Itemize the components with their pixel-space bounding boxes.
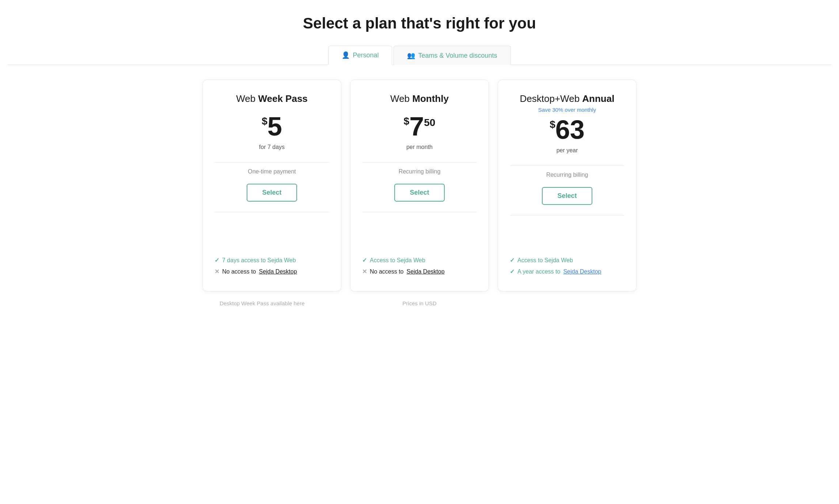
plan-card-monthly: Web Monthly $ 7 50 per month Recurring b… (350, 80, 489, 291)
currency-2: $ (404, 116, 410, 126)
feature-item-2-1: ✓ Access to Sejda Web (362, 257, 477, 264)
features-divider-2 (362, 212, 477, 212)
feature-link-1-2[interactable]: Sejda Desktop (259, 268, 297, 275)
divider-2 (362, 162, 477, 163)
feature-text-prefix-3-2: A year access to (517, 268, 560, 275)
feature-text-1-1: 7 days access to Sejda Web (222, 257, 296, 264)
billing-type-1: One-time payment (215, 168, 329, 175)
feature-item-3-1: ✓ Access to Sejda Web (510, 257, 624, 264)
price-main-2: 7 (409, 113, 424, 140)
personal-icon: 👤 (342, 51, 350, 59)
footer-row: Desktop Week Pass available here Prices … (182, 300, 657, 306)
price-decimal-2: 50 (424, 118, 435, 128)
billing-type-2: Recurring billing (362, 168, 477, 175)
plan-name-week-pass: Web Week Pass (215, 93, 329, 104)
price-main-1: 5 (267, 113, 282, 140)
footer-left: Desktop Week Pass available here (183, 300, 341, 306)
check-icon-2-1: ✓ (362, 257, 367, 264)
features-divider-3 (510, 215, 624, 215)
price-display-2: $ 7 50 (362, 113, 477, 140)
plan-card-annual: Desktop+Web Annual Save 30% over monthly… (498, 80, 637, 291)
feature-link-2-2[interactable]: Sejda Desktop (406, 268, 444, 275)
plans-container: Web Week Pass $ 5 for 7 days One-time pa… (182, 80, 657, 291)
price-period-1: for 7 days (215, 144, 329, 150)
plan-name-prefix-3: Desktop+Web (520, 93, 582, 104)
select-button-annual[interactable]: Select (542, 187, 592, 205)
plan-name-bold-1: Week Pass (258, 93, 307, 104)
tab-teams[interactable]: 👥 Teams & Volume discounts (394, 46, 510, 65)
price-period-2: per month (362, 144, 477, 150)
footer-center: Prices in USD (341, 300, 498, 306)
plan-name-bold-3: Annual (582, 93, 614, 104)
feature-item-2-2: ✕ No access to Sejda Desktop (362, 268, 477, 275)
tab-teams-label: Teams & Volume discounts (418, 52, 497, 60)
features-list-1: ✓ 7 days access to Sejda Web ✕ No access… (215, 257, 329, 279)
price-block-3: $ 63 (510, 117, 624, 143)
tabs-container: 👤 Personal 👥 Teams & Volume discounts (7, 45, 832, 65)
select-button-week-pass[interactable]: Select (247, 184, 297, 202)
tab-personal-label: Personal (353, 51, 379, 59)
features-list-3: ✓ Access to Sejda Web ✓ A year access to… (510, 257, 624, 279)
price-main-3: 63 (555, 117, 585, 143)
price-period-3: per year (510, 147, 624, 154)
footer-right (498, 300, 656, 306)
check-icon-1-1: ✓ (215, 257, 219, 264)
price-display-1: $ 5 (215, 113, 329, 140)
features-list-2: ✓ Access to Sejda Web ✕ No access to Sej… (362, 257, 477, 279)
price-block-2: $ 7 50 (362, 113, 477, 140)
feature-link-3-2[interactable]: Sejda Desktop (563, 268, 601, 275)
currency-3: $ (550, 119, 555, 130)
tab-personal[interactable]: 👤 Personal (328, 46, 392, 65)
page-title: Select a plan that's right for you (7, 15, 832, 32)
plan-save-text: Save 30% over monthly (510, 107, 624, 113)
price-block-1: $ 5 (215, 113, 329, 140)
check-icon-3-2: ✓ (510, 268, 515, 275)
teams-icon: 👥 (407, 51, 415, 60)
plan-name-prefix-1: Web (236, 93, 258, 104)
feature-text-3-1: Access to Sejda Web (517, 257, 573, 264)
feature-item-3-2: ✓ A year access to Sejda Desktop (510, 268, 624, 275)
plan-card-week-pass: Web Week Pass $ 5 for 7 days One-time pa… (202, 80, 341, 291)
feature-item-1-1: ✓ 7 days access to Sejda Web (215, 257, 329, 264)
plan-name-annual: Desktop+Web Annual (510, 93, 624, 104)
feature-text-prefix-2-2: No access to (370, 268, 403, 275)
x-icon-1-2: ✕ (215, 268, 219, 275)
plan-name-prefix-2: Web (390, 93, 412, 104)
feature-text-prefix-1-2: No access to (222, 268, 256, 275)
divider-1 (215, 162, 329, 163)
feature-text-2-1: Access to Sejda Web (370, 257, 425, 264)
features-divider-1 (215, 212, 329, 212)
x-icon-2-2: ✕ (362, 268, 367, 275)
price-display-3: $ 63 (510, 117, 624, 143)
check-icon-3-1: ✓ (510, 257, 515, 264)
plan-name-bold-2: Monthly (412, 93, 449, 104)
currency-1: $ (262, 116, 267, 126)
feature-item-1-2: ✕ No access to Sejda Desktop (215, 268, 329, 275)
plan-name-monthly: Web Monthly (362, 93, 477, 104)
billing-type-3: Recurring billing (510, 172, 624, 178)
select-button-monthly[interactable]: Select (394, 184, 444, 202)
divider-3 (510, 165, 624, 166)
